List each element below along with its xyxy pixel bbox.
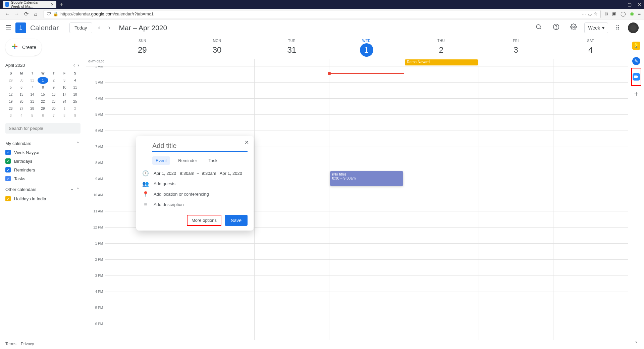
mini-day[interactable]: 5: [27, 112, 38, 119]
add-calendar-icon[interactable]: ＋: [68, 186, 75, 192]
mini-day[interactable]: 1: [59, 105, 70, 112]
library-icon[interactable]: ⫴\: [605, 11, 608, 17]
day-header[interactable]: FRI3: [479, 36, 553, 59]
new-tab-button[interactable]: +: [60, 1, 63, 8]
mini-day[interactable]: 15: [38, 91, 48, 98]
tasks-icon[interactable]: ✎: [632, 57, 640, 65]
mini-day[interactable]: 26: [5, 105, 16, 112]
event-title-input[interactable]: [152, 141, 248, 152]
mini-day[interactable]: 7: [48, 112, 59, 119]
day-header[interactable]: MON30: [180, 36, 255, 59]
window-maximize-icon[interactable]: ▢: [628, 2, 632, 7]
day-number[interactable]: 1: [360, 43, 373, 57]
mini-next-icon[interactable]: ›: [76, 62, 80, 68]
mini-day[interactable]: 1: [38, 77, 48, 84]
mini-day[interactable]: 10: [59, 84, 70, 91]
tab-event[interactable]: Event: [152, 156, 170, 165]
day-column[interactable]: [553, 66, 628, 340]
chevron-up-icon[interactable]: ˄: [75, 187, 80, 192]
star-icon[interactable]: ☆: [594, 11, 598, 16]
url-bar[interactable]: 🛡 🔒 https://calendar.google.com/calendar…: [44, 10, 601, 18]
avatar[interactable]: [628, 22, 639, 33]
mini-day[interactable]: 19: [5, 98, 16, 105]
calendar-item[interactable]: ✓Reminders: [5, 165, 80, 174]
mini-day[interactable]: 20: [16, 98, 27, 105]
apps-grid-icon[interactable]: ⠿: [615, 24, 620, 32]
add-guests-row[interactable]: 👥 Add guests: [142, 179, 248, 189]
account-icon[interactable]: ◯: [621, 11, 626, 17]
mini-day[interactable]: 30: [48, 105, 59, 112]
mini-day[interactable]: 8: [38, 84, 48, 91]
event-time-text[interactable]: Apr 1, 2020 8:30am – 9:30am Apr 1, 2020: [154, 171, 248, 176]
zoom-icon[interactable]: [633, 73, 640, 81]
save-button[interactable]: Save: [225, 215, 248, 226]
mini-day[interactable]: 3: [59, 77, 70, 84]
pocket-icon[interactable]: ◡: [588, 11, 592, 16]
calendar-checkbox[interactable]: ✓: [5, 150, 11, 155]
tab-task[interactable]: Task: [205, 156, 221, 165]
window-close-icon[interactable]: ✕: [638, 2, 641, 7]
add-addon-icon[interactable]: ＋: [633, 89, 640, 99]
day-column[interactable]: [479, 66, 553, 340]
search-people-input[interactable]: [5, 123, 80, 134]
help-icon[interactable]: [549, 23, 563, 32]
mini-day[interactable]: 4: [70, 77, 80, 84]
window-minimize-icon[interactable]: —: [617, 2, 622, 7]
calendar-item[interactable]: ✓Holidays in India: [5, 194, 80, 203]
mini-day[interactable]: 5: [5, 84, 16, 91]
mini-day[interactable]: 4: [16, 112, 27, 119]
view-selector[interactable]: Week ▾: [584, 22, 608, 33]
nav-back-icon[interactable]: ←: [3, 10, 11, 18]
day-number[interactable]: 4: [584, 43, 597, 57]
day-number[interactable]: 2: [434, 43, 448, 57]
day-column[interactable]: [254, 66, 329, 340]
sidebar-toggle-icon[interactable]: ▣: [612, 11, 616, 17]
day-column[interactable]: [404, 66, 479, 340]
other-calendars-header[interactable]: Other calendars ＋ ˄: [5, 186, 80, 192]
mini-day[interactable]: 29: [38, 105, 48, 112]
mini-day[interactable]: 29: [5, 77, 16, 84]
mini-day[interactable]: 12: [5, 91, 16, 98]
mini-day[interactable]: 31: [27, 77, 38, 84]
day-header[interactable]: SUN29: [105, 36, 180, 59]
day-header[interactable]: TUE31: [254, 36, 329, 59]
calendar-item[interactable]: ✓Tasks: [5, 174, 80, 183]
search-icon[interactable]: [532, 23, 545, 32]
mini-day[interactable]: 8: [59, 112, 70, 119]
mini-day[interactable]: 7: [27, 84, 38, 91]
calendar-item[interactable]: ✓Birthdays: [5, 157, 80, 165]
mini-day[interactable]: 2: [70, 105, 80, 112]
add-description-row[interactable]: ≡ Add description: [142, 199, 248, 209]
day-number[interactable]: 31: [285, 43, 299, 57]
keep-icon[interactable]: 💡: [632, 42, 640, 50]
mini-day[interactable]: 13: [16, 91, 27, 98]
mini-day[interactable]: 6: [38, 112, 48, 119]
mini-day[interactable]: 2: [48, 77, 59, 84]
mini-day[interactable]: 28: [27, 105, 38, 112]
create-button[interactable]: Create: [5, 39, 42, 56]
nav-home-icon[interactable]: ⌂: [32, 10, 40, 18]
my-calendars-header[interactable]: My calendars ˄: [5, 141, 80, 146]
mini-day[interactable]: 16: [48, 91, 59, 98]
ellipsis-icon[interactable]: ⋯: [582, 11, 586, 16]
tab-reminder[interactable]: Reminder: [175, 156, 200, 165]
mini-day[interactable]: 14: [27, 91, 38, 98]
calendar-item[interactable]: ✓Vivek Nayyar: [5, 148, 80, 157]
terms-link[interactable]: Terms: [5, 342, 16, 346]
day-header[interactable]: THU2: [404, 36, 479, 59]
nav-reload-icon[interactable]: ⟳: [22, 10, 30, 18]
event-block[interactable]: (No title)8:30 – 9:30am: [330, 171, 403, 186]
dialog-close-icon[interactable]: ✕: [245, 139, 249, 146]
mini-day[interactable]: 17: [59, 91, 70, 98]
prev-week-icon[interactable]: ‹: [96, 24, 102, 31]
mini-day[interactable]: 30: [16, 77, 27, 84]
allday-event[interactable]: Rama Navami: [405, 59, 478, 65]
mini-day[interactable]: 25: [70, 98, 80, 105]
menu-icon[interactable]: ≡: [638, 11, 641, 17]
day-column[interactable]: (No title)8:30 – 9:30am: [329, 66, 404, 340]
day-header[interactable]: WED1: [329, 36, 404, 59]
calendar-checkbox[interactable]: ✓: [5, 158, 11, 164]
browser-tab[interactable]: 1 Google Calendar - Week of Ma... ×: [3, 1, 56, 8]
mini-prev-icon[interactable]: ‹: [72, 62, 76, 68]
tab-close-icon[interactable]: ×: [51, 2, 54, 7]
